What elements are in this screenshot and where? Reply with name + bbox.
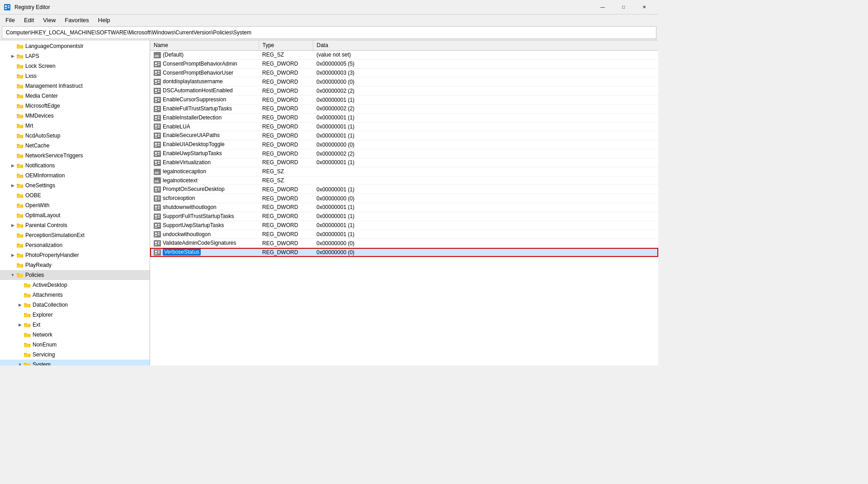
tree-item-management[interactable]: Management Infrastruct [0,81,150,91]
table-row[interactable]: EnableSecureUIAPaths REG_DWORD 0x0000000… [150,131,658,140]
values-panel[interactable]: Name Type Data ab(Default) REG_SZ (value… [150,40,658,365]
table-row[interactable]: shutdownwithoutlogon REG_DWORD 0x0000000… [150,203,658,212]
tree-item-playready[interactable]: PlayReady [0,260,150,270]
svg-rect-107 [155,251,157,252]
table-row[interactable]: EnableCursorSuppression REG_DWORD 0x0000… [150,95,658,104]
table-row[interactable]: EnableFullTrustStartupTasks REG_DWORD 0x… [150,104,658,113]
tree-panel[interactable]: LanguageComponentsIr ▶ LAPS Lock Screen … [0,40,150,365]
tree-item-photopropertyhandler[interactable]: ▶ PhotoPropertyHandler [0,250,150,260]
tree-item-microsoftedge[interactable]: MicrosoftEdge [0,101,150,111]
tree-item-mediacenter[interactable]: Media Center [0,91,150,101]
tree-label: Personalization [25,242,62,248]
table-row[interactable]: ConsentPromptBehaviorAdmin REG_DWORD 0x0… [150,59,658,68]
tree-item-parentalcontrols[interactable]: ▶ Parental Controls [0,220,150,230]
tree-item-lxss[interactable]: Lxss [0,71,150,81]
cell-type: REG_DWORD [259,230,313,239]
address-bar[interactable]: Computer\HKEY_LOCAL_MACHINE\SOFTWARE\Mic… [2,26,656,39]
minimize-button[interactable]: — [592,0,613,14]
tree-item-mmdevices[interactable]: MMDevices [0,111,150,121]
cell-data [313,176,658,185]
table-row[interactable]: ablegalnoticecaption REG_SZ [150,167,658,176]
col-header-type[interactable]: Type [259,40,313,51]
tree-item-oobe[interactable]: OOBE [0,190,150,200]
svg-rect-11 [158,64,160,65]
tree-item-onesettings[interactable]: ▶ OneSettings [0,180,150,190]
cell-data: 0x00000001 (1) [313,230,658,239]
tree-item-languagecomponentsir[interactable]: LanguageComponentsIr [0,41,150,51]
tree-item-personalization[interactable]: Personalization [0,240,150,250]
svg-rect-105 [158,243,160,244]
cell-type: REG_DWORD [259,59,313,68]
tree-item-lockscreen[interactable]: Lock Screen [0,61,150,71]
table-row[interactable]: EnableLUA REG_DWORD 0x00000001 (1) [150,122,658,131]
svg-rect-62 [154,160,161,166]
registry-icon [4,4,11,11]
tree-item-optimallayout[interactable]: OptimalLayout [0,210,150,220]
cell-type: REG_DWORD [259,185,313,194]
svg-rect-93 [158,224,160,225]
table-row[interactable]: EnableInstallerDetection REG_DWORD 0x000… [150,113,658,122]
tree-item-explorer[interactable]: Explorer [0,310,150,320]
table-row[interactable]: ab(Default) REG_SZ (value not set) [150,51,658,60]
name-label: ValidateAdminCodeSignatures [163,240,236,246]
menu-help[interactable]: Help [94,16,114,24]
tree-item-datacollection[interactable]: ▶ DataCollection [0,300,150,310]
tree-item-servicing[interactable]: Servicing [0,350,150,360]
svg-rect-1 [5,5,7,7]
tree-item-openwith[interactable]: OpenWith [0,200,150,210]
col-header-name[interactable]: Name [150,40,259,51]
cell-data: 0x00000001 (1) [313,221,658,230]
folder-icon [16,52,24,60]
menu-file[interactable]: File [2,16,19,24]
tree-item-policies[interactable]: ▼ Policies [0,270,150,280]
svg-rect-78 [158,197,160,198]
table-row[interactable]: VerboseStatus REG_DWORD 0x00000000 (0) [150,248,658,257]
svg-text:ab: ab [155,171,159,175]
name-label: DSCAutomationHostEnabled [163,87,233,94]
tree-label: MMDevices [25,113,54,119]
name-label: EnableFullTrustStartupTasks [163,105,232,112]
table-row[interactable]: ablegalnoticetext REG_SZ [150,176,658,185]
expander-laps: ▶ [9,52,16,60]
table-row[interactable]: scforceoption REG_DWORD 0x00000000 (0) [150,194,658,203]
tree-item-attachments[interactable]: Attachments [0,290,150,300]
table-row[interactable]: ValidateAdminCodeSignatures REG_DWORD 0x… [150,239,658,248]
tree-item-laps[interactable]: ▶ LAPS [0,51,150,61]
table-row[interactable]: undockwithoutlogon REG_DWORD 0x00000001 … [150,230,658,239]
svg-rect-9 [158,62,160,63]
tree-item-mrt[interactable]: Mrt [0,121,150,131]
menu-favorites[interactable]: Favorites [61,16,92,24]
tree-item-perceptionsimulation[interactable]: PerceptionSimulationExt [0,230,150,240]
tree-item-networkservicetriggers[interactable]: NetworkServiceTriggers [0,151,150,161]
cell-type: REG_DWORD [259,113,313,122]
tree-item-oeminformation[interactable]: OEMInformation [0,171,150,180]
table-row[interactable]: PromptOnSecureDesktop REG_DWORD 0x000000… [150,185,658,194]
maximize-button[interactable]: □ [613,0,634,14]
tree-item-system[interactable]: ▼ System [0,360,150,365]
cell-type: REG_DWORD [259,86,313,95]
tree-item-network[interactable]: Network [0,330,150,340]
table-row[interactable]: EnableUwpStartupTasks REG_DWORD 0x000000… [150,149,658,158]
table-row[interactable]: SupportFullTrustStartupTasks REG_DWORD 0… [150,212,658,221]
tree-item-notifications[interactable]: ▶ Notifications [0,161,150,171]
tree-item-nonenum[interactable]: NonEnum [0,340,150,350]
table-row[interactable]: EnableUIADesktopToggle REG_DWORD 0x00000… [150,140,658,149]
table-row[interactable]: ConsentPromptBehaviorUser REG_DWORD 0x00… [150,68,658,77]
menu-view[interactable]: View [39,16,59,24]
table-row[interactable]: EnableVirtualization REG_DWORD 0x0000000… [150,158,658,167]
close-button[interactable]: ✕ [634,0,655,14]
table-row[interactable]: DSCAutomationHostEnabled REG_DWORD 0x000… [150,86,658,95]
col-header-data[interactable]: Data [313,40,658,51]
svg-rect-31 [158,100,160,101]
tree-item-netcache[interactable]: NetCache [0,141,150,151]
tree-item-ncdautosetup[interactable]: NcdAutoSetup [0,131,150,141]
title-bar: Registry Editor — □ ✕ [0,0,658,14]
address-path: Computer\HKEY_LOCAL_MACHINE\SOFTWARE\Mic… [6,29,251,36]
tree-item-ext[interactable]: ▶ Ext [0,320,150,330]
tree-item-activedesktop[interactable]: ActiveDesktop [0,280,150,290]
table-row[interactable]: SupportUwpStartupTasks REG_DWORD 0x00000… [150,221,658,230]
svg-rect-33 [155,107,157,109]
cell-type: REG_DWORD [259,131,313,140]
menu-edit[interactable]: Edit [20,16,38,24]
table-row[interactable]: dontdisplaylastusername REG_DWORD 0x0000… [150,77,658,86]
